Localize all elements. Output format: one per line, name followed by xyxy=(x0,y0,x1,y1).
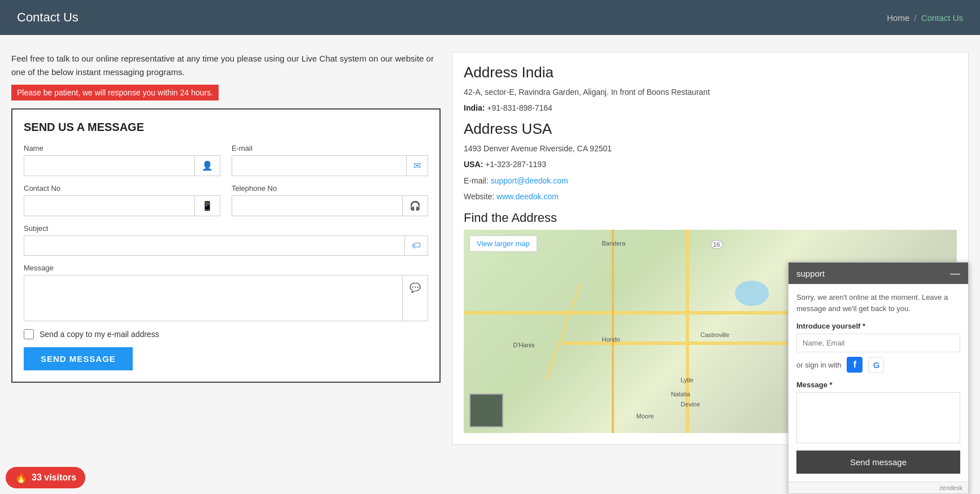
telephone-input[interactable] xyxy=(232,196,402,216)
tag-icon: 🏷 xyxy=(404,236,428,255)
copy-email-checkbox[interactable] xyxy=(24,329,34,339)
road-diagonal xyxy=(545,283,581,379)
nav-active-link[interactable]: Contact Us xyxy=(921,13,963,23)
mobile-icon: 📱 xyxy=(194,196,220,216)
subject-input[interactable] xyxy=(24,236,404,255)
usa-phone-line: USA: +1-323-287-1193 xyxy=(464,158,957,171)
subject-input-wrapper: 🏷 xyxy=(24,235,428,256)
website-line: Website: www.deedok.com xyxy=(464,190,957,203)
map-label-bandera: Bandera xyxy=(602,240,625,247)
page-header: Contact Us Home / Contact Us xyxy=(0,0,980,35)
telephone-input-wrapper: 🎧 xyxy=(232,195,428,216)
usa-address-title: Address USA xyxy=(464,120,957,138)
subject-label: Subject xyxy=(24,224,428,233)
support-widget: support — Sorry, we aren't online at the… xyxy=(788,262,969,456)
form-row-contact-telephone: Contact No 📱 Telephone No 🎧 xyxy=(24,184,428,216)
form-row-name-email: Name 👤 E-mail ✉ xyxy=(24,144,428,176)
map-thumbnail xyxy=(469,394,503,427)
usa-phone-value: +1-323-287-1193 xyxy=(485,160,546,169)
message-textarea-wrapper: 💬 xyxy=(24,275,428,321)
name-input-wrapper: 👤 xyxy=(24,155,220,176)
header-nav: Home / Contact Us xyxy=(887,13,963,23)
map-label-hondo: Hondo xyxy=(602,336,620,343)
email-label: E-mail: xyxy=(464,176,489,185)
usa-address-line: 1493 Denver Avenue Riverside, CA 92501 xyxy=(464,142,957,155)
name-label: Name xyxy=(24,144,220,152)
india-address-title: Address India xyxy=(464,64,957,81)
view-larger-map-link[interactable]: View larger map xyxy=(469,235,537,252)
checkbox-label: Send a copy to my e-mail address xyxy=(40,330,159,339)
contact-input[interactable] xyxy=(24,196,194,216)
widget-body: Sorry, we aren't online at the moment. L… xyxy=(789,284,968,456)
telephone-field: Telephone No 🎧 xyxy=(232,184,428,216)
contact-field: Contact No 📱 xyxy=(24,184,220,216)
email-value-link[interactable]: support@deedok.com xyxy=(490,176,568,185)
headphone-icon: 🎧 xyxy=(402,196,428,216)
widget-header: support — xyxy=(789,263,968,284)
nav-home-link[interactable]: Home xyxy=(887,13,909,23)
map-label-lytle: Lytle xyxy=(681,377,694,383)
widget-title: support xyxy=(796,269,825,278)
widget-offline-message: Sorry, we aren't online at the moment. L… xyxy=(796,292,960,314)
social-row: or sign in with f G xyxy=(796,357,960,373)
map-label-devine: Devine xyxy=(681,401,700,408)
widget-send-button[interactable]: Send message xyxy=(796,451,960,456)
sign-in-text: or sign in with xyxy=(796,361,841,369)
email-label: E-mail xyxy=(232,144,428,152)
india-phone-label: India: xyxy=(464,103,485,112)
widget-minimize-button[interactable]: — xyxy=(950,268,960,278)
left-panel: Feel free to talk to our online represen… xyxy=(11,52,452,383)
google-signin-button[interactable]: G xyxy=(868,357,884,373)
introduce-label: Introduce yourself * xyxy=(796,322,960,330)
checkbox-row: Send a copy to my e-mail address xyxy=(24,329,428,339)
header-title: Contact Us xyxy=(17,10,79,25)
road-v2 xyxy=(612,230,614,433)
widget-message-label: Message * xyxy=(796,381,960,389)
india-phone-value: +91-831-898-7164 xyxy=(487,103,552,112)
name-input[interactable] xyxy=(24,156,194,176)
message-row: Message 💬 xyxy=(24,264,428,321)
chat-icon: 💬 xyxy=(402,276,428,321)
google-g-icon: G xyxy=(873,360,880,370)
email-line: E-mail: support@deedok.com xyxy=(464,174,957,187)
map-label-16: 16 xyxy=(711,240,723,249)
message-label: Message xyxy=(24,264,428,272)
name-field: Name 👤 xyxy=(24,144,220,176)
telephone-label: Telephone No xyxy=(232,184,428,193)
widget-message-textarea[interactable] xyxy=(796,392,960,443)
facebook-signin-button[interactable]: f xyxy=(847,357,863,373)
email-input-wrapper: ✉ xyxy=(232,155,428,176)
map-label-castroville: Castroville xyxy=(700,331,729,338)
india-phone-line: India: +91-831-898-7164 xyxy=(464,102,957,114)
india-address-line: 42-A, sector-E, Ravindra Garden, Aliganj… xyxy=(464,86,957,98)
message-textarea[interactable] xyxy=(24,276,402,321)
person-icon: 👤 xyxy=(194,156,220,176)
website-value-link[interactable]: www.deedok.com xyxy=(496,192,559,201)
email-field: E-mail ✉ xyxy=(232,144,428,176)
contact-input-wrapper: 📱 xyxy=(24,195,220,216)
alert-text: Please be patient, we will response you … xyxy=(11,85,219,100)
map-label-natalia: Natalia xyxy=(671,391,690,397)
usa-phone-label: USA: xyxy=(464,160,483,169)
subject-row: Subject 🏷 xyxy=(24,224,428,256)
send-message-button[interactable]: SEND MESSAGE xyxy=(24,347,133,370)
nav-separator: / xyxy=(914,13,916,23)
map-label-dhanis: D'Hanis xyxy=(513,342,534,348)
intro-text: Feel free to talk to our online represen… xyxy=(11,52,441,79)
contact-label: Contact No xyxy=(24,184,220,193)
website-label: Website: xyxy=(464,192,494,201)
form-title: SEND US A MESSAGE xyxy=(24,121,428,134)
introduce-input[interactable] xyxy=(796,334,960,352)
map-label-moore: Moore xyxy=(637,413,654,419)
find-address-title: Find the Address xyxy=(464,211,957,225)
contact-form-box: SEND US A MESSAGE Name 👤 E-mail ✉ xyxy=(11,108,441,383)
email-icon: ✉ xyxy=(406,156,428,176)
water-feature xyxy=(735,281,769,306)
email-input[interactable] xyxy=(232,156,406,176)
